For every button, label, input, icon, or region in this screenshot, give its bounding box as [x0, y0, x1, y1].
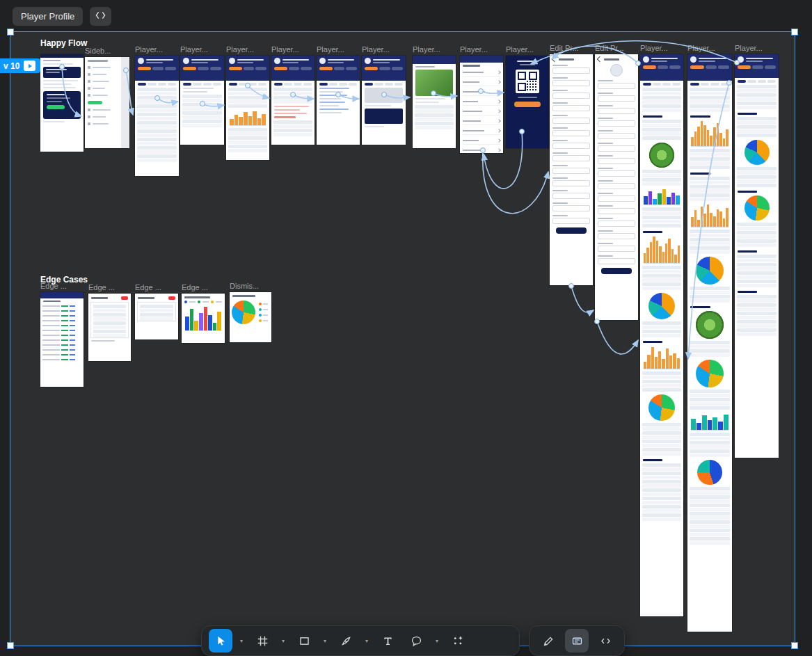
annotate-tool-icon [571, 635, 583, 647]
pen-tool-dropdown[interactable]: ▾ [363, 629, 371, 653]
text-tool[interactable] [376, 629, 399, 653]
shape-tool-dropdown[interactable]: ▾ [321, 629, 329, 653]
frame-tool-icon [257, 635, 269, 647]
section-title[interactable]: Edge Cases [40, 275, 88, 285]
code-tool-icon [600, 635, 612, 647]
actions-tool-icon [452, 635, 464, 647]
version-label: v 10 [3, 61, 19, 71]
comment-tool-icon [411, 635, 422, 647]
section-title[interactable]: Happy Flow [40, 38, 87, 48]
draw-tool[interactable] [536, 629, 560, 653]
shape-tool[interactable] [292, 629, 316, 653]
toolbar-dev [529, 625, 625, 656]
version-badge[interactable]: v 10 [0, 58, 40, 73]
selection-header: Player Profile [13, 7, 111, 26]
frame-tool[interactable] [250, 629, 274, 653]
section-titles-layer: Happy FlowEdge Cases [0, 0, 812, 656]
selection-handle-bottom-right[interactable] [791, 642, 798, 649]
comment-tool[interactable] [404, 629, 428, 653]
frame-tool-dropdown[interactable]: ▾ [279, 629, 287, 653]
selection-handle-bottom-left[interactable] [7, 642, 14, 649]
move-tool[interactable] [209, 629, 232, 653]
draw-tool-icon [543, 635, 555, 647]
play-icon[interactable] [24, 61, 35, 71]
toolbar-main: ▾▾▾▾▾ [201, 625, 520, 656]
annotate-tool[interactable] [565, 629, 589, 653]
shape-tool-icon [298, 635, 310, 647]
selection-handle-top-right[interactable] [791, 29, 798, 35]
code-tool[interactable] [594, 629, 617, 653]
selection-label-chip[interactable]: Player Profile [13, 7, 83, 26]
text-tool-icon [382, 635, 394, 647]
pen-tool[interactable] [334, 629, 358, 653]
move-tool-dropdown[interactable]: ▾ [237, 629, 246, 653]
canvas[interactable]: Sideb...Player...Player...Player...Playe… [0, 0, 812, 656]
pen-tool-icon [340, 635, 352, 647]
comment-tool-dropdown[interactable]: ▾ [433, 629, 441, 653]
selection-handle-top-left[interactable] [7, 29, 14, 35]
code-icon [95, 11, 106, 22]
actions-tool[interactable] [446, 629, 470, 653]
move-tool-icon [214, 634, 227, 647]
code-chip[interactable] [90, 7, 111, 26]
